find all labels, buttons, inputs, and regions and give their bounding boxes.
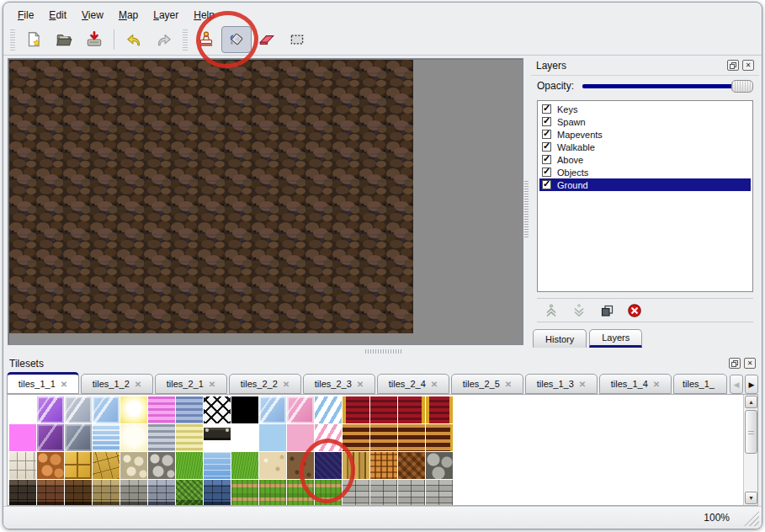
splitter-grip[interactable] bbox=[524, 180, 529, 237]
tileset-tile[interactable] bbox=[37, 452, 64, 479]
tileset-tile[interactable] bbox=[204, 452, 231, 479]
select-tool-button[interactable] bbox=[282, 26, 312, 53]
tileset-tile[interactable] bbox=[231, 452, 258, 479]
layer-visibility-checkbox[interactable] bbox=[542, 142, 551, 152]
toolbar-drag-handle[interactable] bbox=[183, 29, 188, 51]
tileset-tile[interactable] bbox=[148, 424, 175, 451]
save-button[interactable] bbox=[79, 26, 109, 53]
tileset-tile[interactable] bbox=[315, 452, 342, 479]
fill-tool-button[interactable] bbox=[221, 26, 252, 53]
close-tab-icon[interactable]: ✕ bbox=[283, 380, 290, 389]
menu-item[interactable]: Help bbox=[186, 7, 222, 24]
tileset-tile[interactable] bbox=[120, 480, 147, 506]
menu-item[interactable]: File bbox=[10, 7, 41, 24]
layer-visibility-checkbox[interactable] bbox=[542, 180, 551, 189]
splitter-grip[interactable] bbox=[365, 349, 402, 354]
tileset-tile[interactable] bbox=[398, 396, 425, 423]
tileset-tile[interactable] bbox=[231, 396, 258, 423]
tileset-tile[interactable] bbox=[315, 480, 342, 506]
tileset-tile[interactable] bbox=[231, 480, 258, 506]
close-panel-button[interactable]: ✕ bbox=[742, 60, 754, 71]
redo-button[interactable] bbox=[149, 26, 179, 53]
tileset-tile[interactable] bbox=[9, 480, 36, 506]
tileset-tab[interactable]: tiles_1_2 ✕ bbox=[81, 374, 153, 394]
tileset-tile[interactable] bbox=[343, 452, 369, 479]
tileset-tile[interactable] bbox=[287, 424, 314, 451]
map-viewport[interactable] bbox=[8, 58, 523, 345]
tileset-tile[interactable] bbox=[9, 424, 36, 451]
tileset-tab[interactable]: tiles_2_2 ✕ bbox=[229, 374, 301, 394]
stamp-tool-button[interactable] bbox=[191, 26, 221, 53]
eraser-tool-button[interactable] bbox=[252, 26, 282, 53]
tileset-tile[interactable] bbox=[287, 480, 314, 506]
tileset-tile[interactable] bbox=[65, 396, 92, 423]
menu-item[interactable]: Edit bbox=[41, 7, 74, 24]
dock-tab[interactable]: History bbox=[533, 329, 587, 348]
tileset-tile[interactable] bbox=[93, 480, 120, 506]
tileset-scrollbar[interactable]: ▲ ▼ bbox=[743, 395, 757, 505]
tileset-tile[interactable] bbox=[343, 424, 369, 451]
layer-list[interactable]: Keys Spawn Mapevents Walkable bbox=[537, 100, 753, 292]
tileset-tile[interactable] bbox=[287, 452, 314, 479]
duplicate-layer-button[interactable] bbox=[598, 301, 616, 320]
layer-row[interactable]: Above bbox=[539, 153, 751, 166]
tileset-tile[interactable] bbox=[93, 452, 120, 479]
close-tab-icon[interactable]: ✕ bbox=[653, 380, 660, 389]
opacity-slider[interactable] bbox=[581, 79, 753, 93]
tileset-tile[interactable] bbox=[37, 396, 64, 423]
close-tab-icon[interactable]: ✕ bbox=[209, 380, 215, 389]
tileset-tile[interactable] bbox=[259, 452, 286, 479]
tileset-tile[interactable] bbox=[315, 424, 342, 451]
delete-layer-button[interactable] bbox=[625, 301, 644, 320]
tileset-tile[interactable] bbox=[370, 480, 397, 506]
tileset-tile[interactable] bbox=[343, 480, 369, 506]
tileset-tile[interactable] bbox=[9, 452, 36, 479]
tileset-tile[interactable] bbox=[398, 452, 425, 479]
tileset-tile[interactable] bbox=[426, 396, 453, 423]
tileset-tile[interactable] bbox=[65, 452, 92, 479]
new-file-button[interactable] bbox=[19, 26, 49, 53]
tileset-tile[interactable] bbox=[37, 480, 64, 506]
tileset-tile[interactable] bbox=[176, 424, 203, 451]
tileset-tile[interactable] bbox=[204, 424, 231, 451]
tileset-tile[interactable] bbox=[287, 396, 314, 423]
tileset-tab[interactable]: tiles_1_ ✕ bbox=[673, 374, 727, 394]
tileset-tile[interactable] bbox=[259, 424, 286, 451]
tileset-tile[interactable] bbox=[315, 396, 342, 423]
map-canvas[interactable] bbox=[9, 60, 413, 333]
tileset-tile[interactable] bbox=[398, 480, 425, 506]
lower-layer-button[interactable] bbox=[570, 301, 588, 320]
layer-visibility-checkbox[interactable] bbox=[542, 168, 551, 177]
scroll-tabs-right-button[interactable]: ▶ bbox=[745, 375, 758, 394]
horizontal-splitter[interactable] bbox=[3, 348, 762, 354]
tileset-tab[interactable]: tiles_1_4 ✕ bbox=[599, 374, 672, 394]
tileset-tile[interactable] bbox=[259, 480, 286, 506]
menu-item[interactable]: View bbox=[74, 7, 111, 24]
close-panel-button[interactable]: ✕ bbox=[744, 358, 756, 369]
tileset-tab[interactable]: tiles_2_1 ✕ bbox=[155, 374, 227, 394]
tileset-tile[interactable] bbox=[176, 452, 203, 479]
undo-button[interactable] bbox=[119, 26, 149, 53]
tileset-tile[interactable] bbox=[204, 396, 231, 423]
tileset-tab[interactable]: tiles_1_1 ✕ bbox=[7, 372, 79, 394]
tileset-tile[interactable] bbox=[370, 424, 397, 451]
layer-row[interactable]: Keys bbox=[539, 103, 751, 115]
tileset-tile[interactable] bbox=[370, 396, 397, 423]
tileset-tile[interactable] bbox=[231, 424, 258, 451]
float-panel-button[interactable] bbox=[727, 60, 739, 71]
resize-grip[interactable] bbox=[744, 511, 759, 526]
tileset-tab[interactable]: tiles_1_3 ✕ bbox=[525, 374, 598, 394]
scroll-down-button[interactable]: ▼ bbox=[745, 492, 757, 504]
tileset-tile[interactable] bbox=[398, 424, 425, 451]
tileset-tile[interactable] bbox=[343, 396, 369, 423]
layer-row[interactable]: Ground bbox=[539, 178, 751, 191]
vertical-splitter[interactable] bbox=[523, 58, 530, 345]
scroll-up-button[interactable]: ▲ bbox=[745, 396, 757, 408]
dock-tab[interactable]: Layers bbox=[589, 329, 642, 348]
tileset-tile[interactable] bbox=[370, 452, 397, 479]
tileset-tile[interactable] bbox=[65, 480, 92, 506]
tileset-tile[interactable] bbox=[148, 396, 175, 423]
tileset-tile[interactable] bbox=[426, 452, 453, 479]
tileset-tab[interactable]: tiles_2_3 ✕ bbox=[303, 374, 375, 394]
layer-visibility-checkbox[interactable] bbox=[542, 155, 551, 164]
